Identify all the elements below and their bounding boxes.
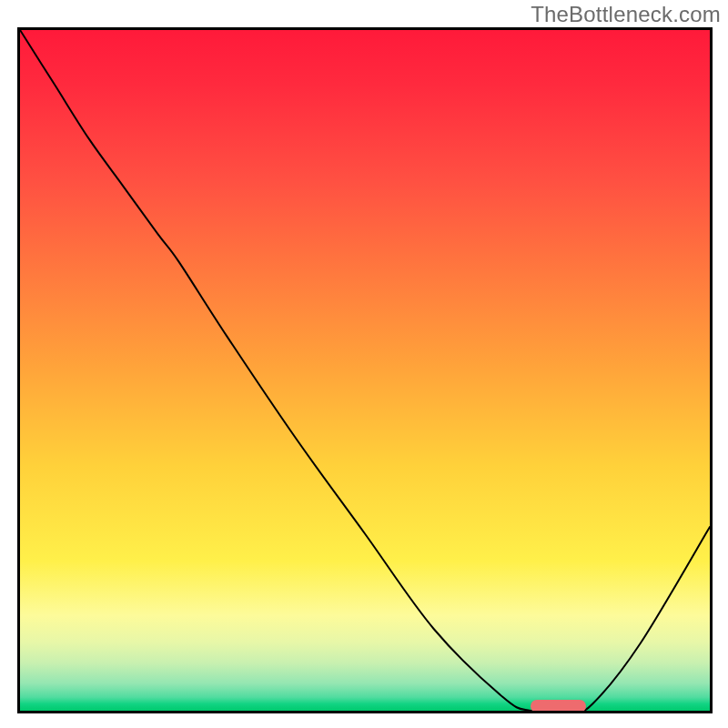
bottleneck-curve: [20, 30, 710, 711]
plot-frame: [17, 27, 713, 713]
chart-stage: TheBottleneck.com: [0, 0, 728, 728]
curve-path: [20, 30, 710, 711]
watermark-text: TheBottleneck.com: [531, 2, 721, 27]
optimal-range-marker: [531, 700, 586, 713]
